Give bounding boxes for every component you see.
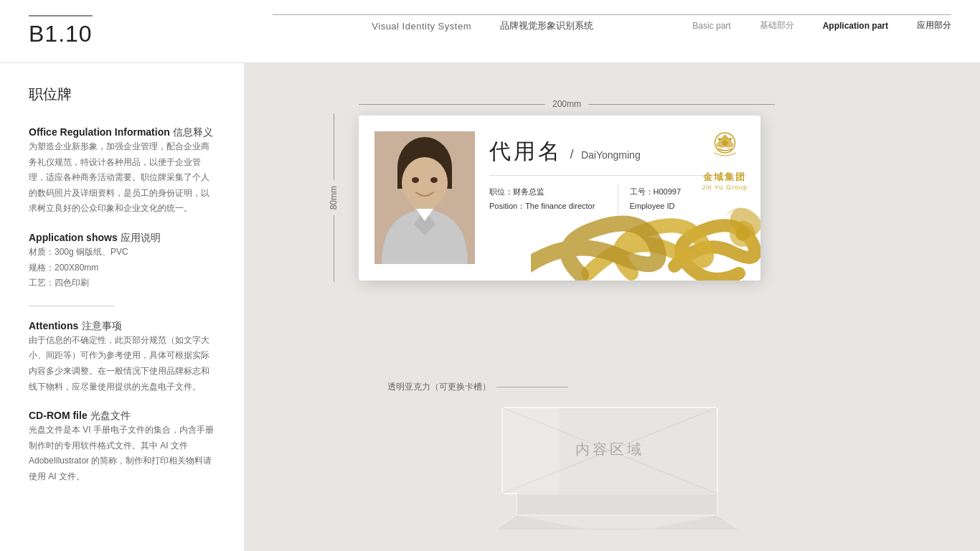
badge-card: 代用名 / DaiYongming 职位：财务总监 Position：The f… — [359, 116, 760, 281]
section-office-regulation: Office Regulation Information 信息释义 为塑造企业… — [29, 126, 215, 217]
acrylic-stand: 内容区域 — [473, 400, 760, 529]
badge-section: 200mm 80mm — [316, 99, 937, 282]
vis-title-en: Visual Identity System — [372, 21, 471, 32]
badge-logo: 金域集团 Jin Yu Group — [702, 128, 748, 191]
divider-1 — [29, 306, 115, 306]
header-center: Visual Identity System 品牌视觉形象识别系统 — [273, 14, 692, 32]
section-application: Application shows 应用说明 材质：300g 铜版纸、PVC 规… — [29, 231, 215, 291]
section4-title: CD-ROM file 光盘文件 — [29, 409, 215, 423]
section2-body: 材质：300g 铜版纸、PVC 规格：200X80mm 工艺：四色印刷 — [29, 245, 215, 291]
acrylic-section: 透明亚克力（可更换卡槽） 内容区域 — [387, 381, 937, 529]
dim-line-left — [359, 104, 545, 105]
material-line: 材质：300g 铜版纸、PVC — [29, 245, 215, 260]
header-left: B1.10 — [29, 15, 273, 47]
page-code: B1.10 — [29, 15, 93, 47]
acrylic-label-container: 透明亚克力（可更换卡槽） — [387, 381, 937, 393]
main-layout: 职位牌 Office Regulation Information 信息释义 为… — [0, 63, 980, 551]
svg-point-7 — [412, 177, 419, 183]
dim-top-label: 200mm — [545, 99, 588, 109]
section2-title: Application shows 应用说明 — [29, 231, 215, 245]
dim-left-container: 80mm — [316, 113, 352, 282]
sidebar: 职位牌 Office Regulation Information 信息释义 为… — [0, 63, 244, 551]
svg-text:内容区域: 内容区域 — [575, 441, 644, 457]
logo-sub: Jin Yu Group — [702, 184, 748, 191]
content-area: 200mm 80mm — [244, 63, 980, 551]
svg-point-11 — [718, 138, 721, 141]
header: B1.10 Visual Identity System 品牌视觉形象识别系统 … — [0, 0, 980, 63]
dim-top-container: 200mm — [359, 99, 775, 109]
section1-title: Office Regulation Information 信息释义 — [29, 126, 215, 139]
basic-part-cn: 基础部分 — [760, 19, 794, 32]
dim-vert-top — [334, 113, 334, 180]
badge-photo — [374, 131, 475, 264]
section3-body: 由于信息的不确定性，此页部分规范（如文字大小、间距等）可作为参考使用，具体可根据… — [29, 333, 215, 395]
section-attentions: Attentions 注意事项 由于信息的不确定性，此页部分规范（如文字大小、间… — [29, 319, 215, 395]
svg-point-8 — [430, 177, 438, 183]
dim-left-label: 80mm — [329, 180, 339, 215]
logo-cn: 金域集团 — [702, 171, 748, 184]
section4-body: 光盘文件是本 VI 手册电子文件的集合，内含手册制作时的专用软件格式文件。其中 … — [29, 423, 215, 484]
badge-name-sep: / — [570, 147, 573, 161]
acrylic-svg: 内容区域 — [473, 400, 760, 529]
section1-body: 为塑造企业新形象，加强企业管理，配合企业商务礼仪规范，特设计各种用品，以便于企业… — [29, 139, 215, 217]
sidebar-title: 职位牌 — [29, 85, 215, 104]
svg-point-12 — [729, 138, 732, 141]
svg-point-10 — [722, 140, 727, 146]
badge-name-en: DaiYongming — [581, 149, 641, 161]
size-line: 规格：200X80mm — [29, 260, 215, 276]
position-en: Position：The finance director — [489, 199, 606, 214]
basic-part-en: Basic part — [692, 21, 730, 31]
app-part-cn: 应用部分 — [917, 19, 951, 32]
id-en: Employee ID — [630, 199, 747, 214]
section3-title: Attentions 注意事项 — [29, 319, 215, 333]
acrylic-label: 透明亚克力（可更换卡槽） — [387, 381, 491, 393]
badge-inner: 代用名 / DaiYongming 职位：财务总监 Position：The f… — [359, 116, 760, 281]
badge-row: 80mm — [316, 113, 937, 282]
app-part-en: Application part — [823, 21, 888, 31]
dim-line-right — [588, 104, 775, 105]
section-cdrom: CD-ROM file 光盘文件 光盘文件是本 VI 手册电子文件的集合，内含手… — [29, 409, 215, 484]
svg-point-5 — [402, 157, 448, 209]
svg-rect-18 — [502, 408, 560, 494]
header-right: Basic part 基础部分 Application part 应用部分 — [692, 14, 951, 32]
vis-title-cn: 品牌视觉形象识别系统 — [500, 19, 593, 32]
badge-name-cn: 代用名 — [489, 139, 562, 163]
acrylic-line — [496, 387, 568, 387]
craft-line: 工艺：四色印刷 — [29, 276, 215, 291]
dim-vert-bottom — [334, 215, 334, 282]
badge-detail-left: 职位：财务总监 Position：The finance director — [489, 184, 618, 215]
logo-emblem-svg — [705, 128, 745, 168]
position-label: 职位：财务总监 — [489, 184, 606, 199]
